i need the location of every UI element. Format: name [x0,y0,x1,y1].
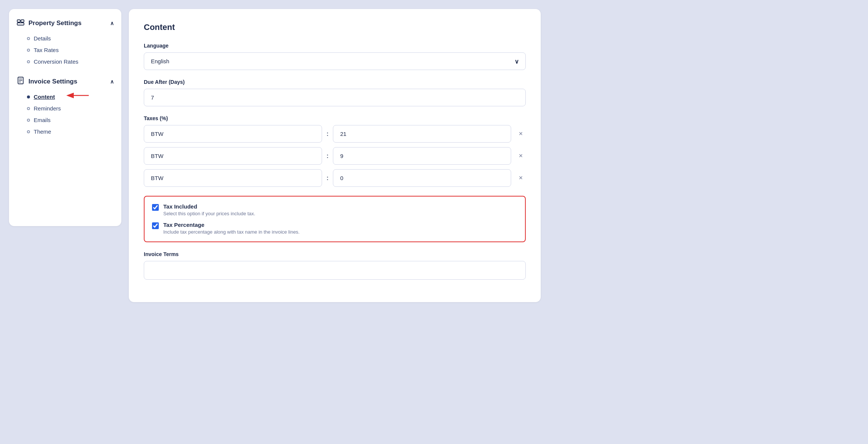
invoice-terms-field-group: Invoice Terms [144,251,526,280]
tax-included-checkbox[interactable] [152,204,159,211]
tax-row: : × [144,169,526,187]
property-settings-items: Details Tax Rates Conversion Rates [16,33,114,67]
tax-percentage-checkbox[interactable] [152,222,159,229]
sidebar-item-reminders[interactable]: Reminders [27,103,114,114]
invoice-terms-label: Invoice Terms [144,251,526,257]
language-select-wrapper: English Dutch French German ∨ [144,52,526,70]
invoice-settings-chevron: ∧ [110,79,114,85]
tax-percentage-label: Tax Percentage [163,222,300,228]
dot-icon [27,107,30,110]
sidebar: Property Settings ∧ Details Tax Rates Co… [9,9,121,226]
page-title: Content [144,22,526,32]
tax-name-input-1[interactable] [144,125,322,143]
tax-name-input-2[interactable] [144,147,322,165]
invoice-settings-title: Invoice Settings [28,78,77,85]
sidebar-item-theme[interactable]: Theme [27,126,114,137]
tax-colon-separator: : [327,175,328,182]
language-label: Language [144,43,526,49]
tax-included-description: Select this option if your prices includ… [163,211,255,216]
tax-colon-separator: : [327,153,328,159]
tax-row: : × [144,147,526,165]
tax-included-label: Tax Included [163,203,255,210]
sidebar-item-tax-rates[interactable]: Tax Rates [27,44,114,56]
dot-icon [27,130,30,133]
svg-rect-2 [21,20,24,22]
property-settings-icon [16,18,25,28]
dot-icon [27,60,30,63]
invoice-settings-items: Content Reminders Emails Theme [16,91,114,137]
tax-value-input-2[interactable] [333,147,511,165]
tax-remove-button-2[interactable]: × [516,150,526,161]
svg-rect-0 [17,20,20,22]
dot-icon [27,95,30,98]
tax-percentage-row: Tax Percentage Include tax percentage al… [152,222,518,235]
main-content-panel: Content Language English Dutch French Ge… [129,9,541,302]
language-select[interactable]: English Dutch French German [144,52,526,70]
tax-value-input-3[interactable] [333,169,511,187]
due-after-field-group: Due After (Days) [144,79,526,106]
tax-value-input-1[interactable] [333,125,511,143]
due-after-input[interactable] [144,89,526,106]
dot-icon [27,49,30,52]
invoice-settings-icon [16,76,25,86]
sidebar-item-content[interactable]: Content [27,91,114,103]
dot-icon [27,37,30,40]
tax-row: : × [144,125,526,143]
invoice-terms-input[interactable] [144,261,526,280]
property-settings-chevron: ∧ [110,20,114,26]
tax-included-row: Tax Included Select this option if your … [152,203,518,216]
taxes-field-group: Taxes (%) : × : × : × [144,115,526,187]
due-after-label: Due After (Days) [144,79,526,85]
tax-percentage-description: Include tax percentage along with tax na… [163,229,300,235]
property-settings-title: Property Settings [28,19,82,27]
svg-rect-1 [17,23,24,25]
dot-icon [27,119,30,122]
sidebar-item-emails[interactable]: Emails [27,114,114,126]
taxes-label: Taxes (%) [144,115,526,121]
sidebar-item-conversion-rates[interactable]: Conversion Rates [27,56,114,67]
tax-colon-separator: : [327,131,328,137]
sidebar-item-details[interactable]: Details [27,33,114,44]
tax-options-section: Tax Included Select this option if your … [144,196,526,242]
tax-remove-button-1[interactable]: × [516,128,526,139]
invoice-settings-section[interactable]: Invoice Settings ∧ [16,76,114,86]
property-settings-section[interactable]: Property Settings ∧ [16,18,114,28]
tax-remove-button-3[interactable]: × [516,173,526,183]
arrow-annotation [61,90,91,101]
language-field-group: Language English Dutch French German ∨ [144,43,526,70]
tax-name-input-3[interactable] [144,169,322,187]
